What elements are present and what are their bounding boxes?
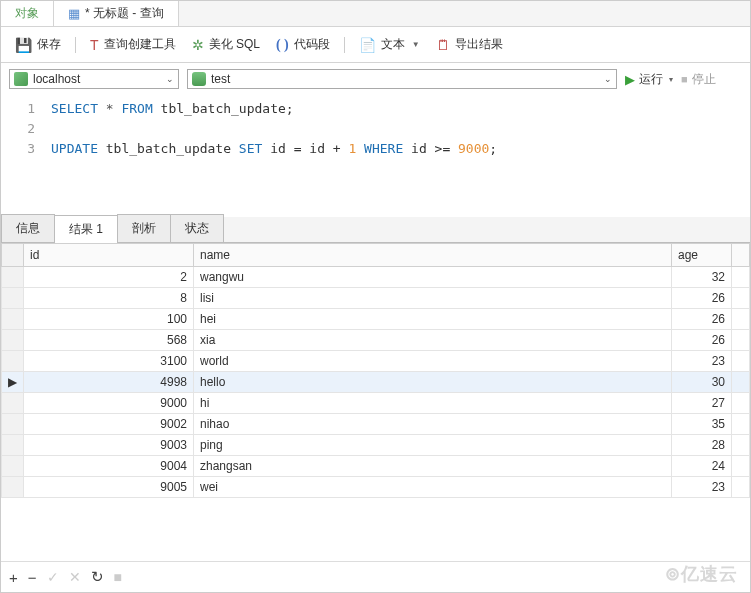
cell-age[interactable]: 30	[672, 372, 732, 393]
export-icon: 🗒	[436, 37, 450, 53]
builder-icon: T	[90, 37, 99, 53]
tab-objects-label: 对象	[15, 5, 39, 22]
cell-id[interactable]: 9004	[24, 456, 194, 477]
tab-info[interactable]: 信息	[1, 214, 55, 242]
stop-label: 停止	[692, 71, 716, 88]
cell-id[interactable]: 4998	[24, 372, 194, 393]
cell-name[interactable]: ping	[194, 435, 672, 456]
table-row[interactable]: 9003ping28	[2, 435, 750, 456]
cell-age[interactable]: 27	[672, 393, 732, 414]
cell-spacer	[732, 456, 750, 477]
code-area[interactable]: SELECT * FROM tbl_batch_update; UPDATE t…	[45, 99, 497, 211]
builder-label: 查询创建工具	[104, 36, 176, 53]
tab-query-label: * 无标题 - 查询	[85, 5, 164, 22]
status-bar: + − ✓ ✕ ↻ ■	[1, 561, 750, 592]
snippet-icon: ( )	[276, 37, 289, 53]
cell-id[interactable]: 568	[24, 330, 194, 351]
identifier: tbl_batch_update	[106, 141, 231, 156]
cell-id[interactable]: 9005	[24, 477, 194, 498]
cell-name[interactable]: wangwu	[194, 267, 672, 288]
cancel-button: ✕	[69, 569, 81, 585]
table-row[interactable]: 9005wei23	[2, 477, 750, 498]
tab-profile[interactable]: 剖析	[117, 214, 171, 242]
keyword: UPDATE	[51, 141, 98, 156]
cell-name[interactable]: world	[194, 351, 672, 372]
connection-bar: localhost ⌄ test ⌄ ▶ 运行 ▾ ■ 停止	[1, 63, 750, 95]
save-button[interactable]: 💾 保存	[9, 33, 67, 56]
cell-age[interactable]: 35	[672, 414, 732, 435]
cell-age[interactable]: 24	[672, 456, 732, 477]
identifier: tbl_batch_update;	[161, 101, 294, 116]
result-tab-bar: 信息 结果 1 剖析 状态	[1, 217, 750, 243]
run-button[interactable]: ▶ 运行 ▾	[625, 71, 673, 88]
database-select[interactable]: test ⌄	[187, 69, 617, 89]
cell-name[interactable]: wei	[194, 477, 672, 498]
op: *	[106, 101, 114, 116]
cell-id[interactable]: 9002	[24, 414, 194, 435]
watermark-text: 亿速云	[681, 564, 738, 584]
row-marker	[2, 288, 24, 309]
cell-age[interactable]: 32	[672, 267, 732, 288]
cell-name[interactable]: hei	[194, 309, 672, 330]
table-row[interactable]: 3100world23	[2, 351, 750, 372]
cell-id[interactable]: 100	[24, 309, 194, 330]
row-marker-header	[2, 244, 24, 267]
cell-spacer	[732, 309, 750, 330]
tab-status[interactable]: 状态	[170, 214, 224, 242]
identifier: id = id +	[270, 141, 348, 156]
col-name[interactable]: name	[194, 244, 672, 267]
row-marker	[2, 435, 24, 456]
editor-tabs: 对象 ▦ * 无标题 - 查询	[1, 1, 750, 27]
export-button[interactable]: 🗒 导出结果	[430, 33, 509, 56]
stop-icon: ■	[681, 73, 688, 85]
table-row[interactable]: 100hei26	[2, 309, 750, 330]
text-button[interactable]: 📄 文本 ▼	[353, 33, 426, 56]
beautify-button[interactable]: ✲ 美化 SQL	[186, 33, 266, 56]
connection-select[interactable]: localhost ⌄	[9, 69, 179, 89]
number: 1	[348, 141, 356, 156]
sql-editor[interactable]: 1 2 3 SELECT * FROM tbl_batch_update; UP…	[1, 95, 750, 215]
cell-spacer	[732, 477, 750, 498]
cell-id[interactable]: 9003	[24, 435, 194, 456]
delete-row-button[interactable]: −	[28, 569, 37, 586]
op: ;	[489, 141, 497, 156]
tab-objects[interactable]: 对象	[1, 1, 54, 26]
toolbar: 💾 保存 T 查询创建工具 ✲ 美化 SQL ( ) 代码段 📄 文本 ▼ 🗒 …	[1, 27, 750, 63]
snippet-button[interactable]: ( ) 代码段	[270, 33, 336, 56]
table-row[interactable]: 9004zhangsan24	[2, 456, 750, 477]
database-value: test	[211, 72, 230, 86]
col-age[interactable]: age	[672, 244, 732, 267]
cell-age[interactable]: 26	[672, 288, 732, 309]
cell-age[interactable]: 23	[672, 477, 732, 498]
table-row[interactable]: ▶4998hello30	[2, 372, 750, 393]
connection-value: localhost	[33, 72, 80, 86]
result-grid[interactable]: id name age 2wangwu328lisi26100hei26568x…	[1, 243, 750, 498]
table-row[interactable]: 2wangwu32	[2, 267, 750, 288]
cell-name[interactable]: zhangsan	[194, 456, 672, 477]
cell-id[interactable]: 2	[24, 267, 194, 288]
cell-age[interactable]: 26	[672, 330, 732, 351]
table-row[interactable]: 8lisi26	[2, 288, 750, 309]
tab-result-1[interactable]: 结果 1	[54, 215, 118, 243]
cell-id[interactable]: 3100	[24, 351, 194, 372]
cell-name[interactable]: hi	[194, 393, 672, 414]
tab-query[interactable]: ▦ * 无标题 - 查询	[54, 1, 179, 26]
cell-name[interactable]: xia	[194, 330, 672, 351]
cell-spacer	[732, 414, 750, 435]
table-row[interactable]: 9000hi27	[2, 393, 750, 414]
cell-name[interactable]: hello	[194, 372, 672, 393]
cell-age[interactable]: 23	[672, 351, 732, 372]
query-builder-button[interactable]: T 查询创建工具	[84, 33, 182, 56]
table-row[interactable]: 568xia26	[2, 330, 750, 351]
cell-id[interactable]: 8	[24, 288, 194, 309]
table-row[interactable]: 9002nihao35	[2, 414, 750, 435]
cell-id[interactable]: 9000	[24, 393, 194, 414]
cell-age[interactable]: 28	[672, 435, 732, 456]
cell-age[interactable]: 26	[672, 309, 732, 330]
add-row-button[interactable]: +	[9, 569, 18, 586]
refresh-button[interactable]: ↻	[91, 568, 104, 586]
col-id[interactable]: id	[24, 244, 194, 267]
line-number: 1	[1, 99, 35, 119]
cell-name[interactable]: lisi	[194, 288, 672, 309]
cell-name[interactable]: nihao	[194, 414, 672, 435]
